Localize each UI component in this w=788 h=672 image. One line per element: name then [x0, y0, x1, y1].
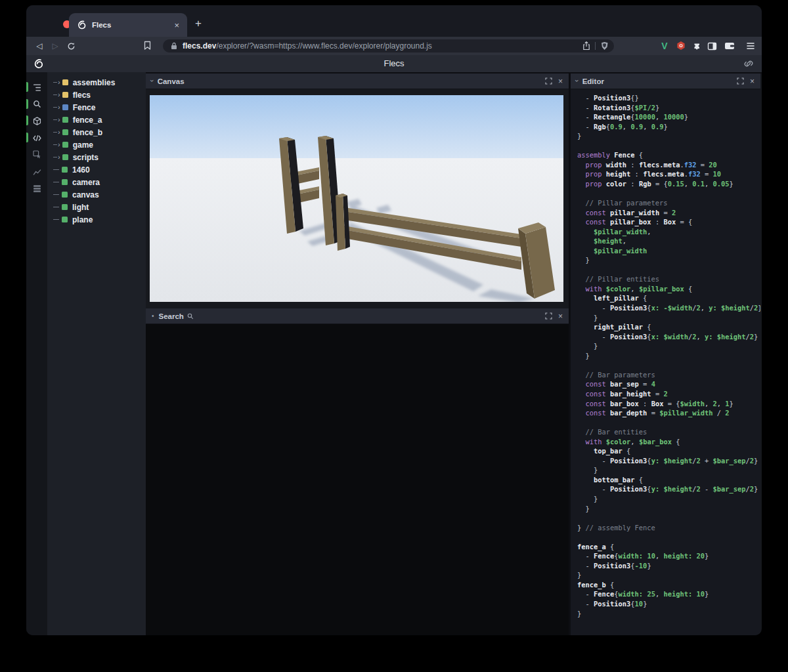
share-icon[interactable] [582, 41, 590, 51]
code-line: - Position3{10} [577, 599, 760, 609]
collapsed-indicator-icon[interactable]: • [152, 312, 154, 320]
code-line [577, 513, 760, 523]
chevron-right-icon[interactable]: › [58, 128, 60, 136]
red-hexagon-extension-icon[interactable] [674, 39, 688, 53]
entity-color-swatch [62, 92, 68, 98]
menu-icon[interactable] [743, 39, 758, 53]
tree-item-flecs[interactable]: ›flecs [47, 89, 146, 101]
tree-item-label: assemblies [73, 78, 116, 87]
code-line: assembly Fence { [577, 150, 760, 160]
editor-panel-body[interactable]: - Position3{} - Rotation3{$PI/2} - Recta… [569, 89, 760, 635]
code-tool-icon[interactable] [26, 131, 47, 145]
tree-item-label: canvas [72, 190, 99, 200]
code-line: $pillar_width, [577, 227, 760, 237]
tree-item-assemblies[interactable]: ›assemblies [47, 76, 146, 89]
tree-item-fence_a[interactable]: ›fence_a [47, 114, 146, 126]
tree-item-Fence[interactable]: ›Fence [47, 101, 146, 114]
chevron-right-icon[interactable]: › [58, 140, 60, 148]
inspector-tool-icon[interactable] [26, 148, 47, 162]
browser-tab-flecs[interactable]: Flecs × [69, 13, 187, 37]
tree-item-label: Fence [73, 103, 96, 112]
code-line: fence_a { [577, 542, 760, 552]
code-line: prop color : Rgb = {0.15, 0.1, 0.05} [577, 179, 760, 189]
code-line: top_bar { [577, 446, 760, 456]
entity-color-swatch [62, 142, 68, 148]
outliner-tool-icon[interactable] [26, 80, 47, 94]
code-line: - Position3{} [577, 93, 760, 103]
brave-shield-icon[interactable] [600, 41, 609, 51]
url-host: flecs.dev [183, 41, 216, 51]
search-tool-icon[interactable] [26, 97, 47, 112]
tree-item-label: camera [72, 178, 100, 187]
new-tab-button[interactable]: + [190, 16, 206, 32]
code-line [577, 265, 760, 275]
tree-item-game[interactable]: ›game [47, 138, 146, 151]
code-line: - Position3{y: $height/2 + $bar_sep/2} [577, 456, 760, 466]
code-line: const bar_height = 2 [577, 389, 760, 399]
stats-tool-icon[interactable] [26, 165, 47, 179]
tab-title: Flecs [92, 21, 174, 29]
extensions-puzzle-icon[interactable] [690, 39, 704, 53]
expand-icon[interactable] [737, 77, 744, 85]
tree-item-plane[interactable]: plane [47, 213, 146, 226]
reload-button[interactable] [63, 42, 79, 51]
tree-item-camera[interactable]: camera [47, 176, 146, 188]
entity-color-swatch [62, 204, 68, 210]
close-icon[interactable]: × [558, 77, 563, 85]
entity-color-swatch [62, 79, 68, 85]
expand-icon[interactable] [545, 312, 552, 320]
editor-panel-header[interactable]: › Editor × [569, 74, 760, 89]
chevron-right-icon[interactable]: › [58, 78, 60, 86]
code-line: } [577, 131, 760, 141]
address-bar[interactable]: flecs.dev/explorer/?wasm=https://www.fle… [163, 39, 614, 52]
search-panel-body[interactable] [146, 324, 569, 635]
archive-tool-icon[interactable] [26, 181, 47, 196]
code-line: const bar_box : Box = {$width, 2, 1} [577, 399, 760, 409]
search-panel-header[interactable]: • Search × [146, 308, 569, 324]
tree-guide-line [53, 119, 57, 120]
code-line: - Position3{y: $height/2 - $bar_sep/2} [577, 484, 760, 494]
sidebar-toggle-icon[interactable] [705, 39, 719, 53]
tree-guide-line [53, 207, 59, 207]
close-icon[interactable]: × [750, 77, 755, 85]
back-button[interactable]: ◁ [32, 41, 47, 51]
code-line: - Position3{x: $width/2, y: $height/2} [577, 332, 760, 342]
tree-guide-line [53, 82, 57, 83]
bookmark-icon[interactable] [143, 41, 152, 51]
link-icon[interactable] [743, 58, 754, 69]
chevron-right-icon[interactable]: › [58, 103, 60, 111]
code-line [577, 418, 760, 428]
tree-item-1460[interactable]: 1460 [47, 163, 146, 176]
3d-viewport[interactable] [150, 95, 563, 302]
code-editor[interactable]: - Position3{} - Rotation3{$PI/2} - Recta… [571, 89, 760, 618]
wallet-icon[interactable] [722, 39, 737, 53]
code-line: $pillar_width [577, 246, 760, 256]
entity-color-swatch [62, 104, 68, 110]
code-line: const bar_depth = $pillar_width / 2 [577, 408, 760, 418]
code-line [577, 360, 760, 370]
tree-item-fence_b[interactable]: ›fence_b [47, 126, 146, 138]
expand-icon[interactable] [545, 77, 552, 85]
tree-item-label: plane [72, 215, 93, 224]
search-icon [187, 313, 194, 320]
code-line: left_pillar { [577, 293, 760, 303]
chevron-right-icon[interactable]: › [58, 91, 60, 98]
tab-close-icon[interactable]: × [174, 20, 179, 30]
code-line: prop width : flecs.meta.f32 = 20 [577, 160, 760, 170]
chevron-right-icon[interactable]: › [58, 116, 60, 123]
tree-item-scripts[interactable]: ›scripts [47, 151, 146, 163]
entity-color-swatch [62, 179, 68, 185]
canvas-panel-header[interactable]: › Canvas × [146, 74, 569, 89]
close-icon[interactable]: × [558, 312, 563, 320]
tree-item-light[interactable]: light [47, 201, 146, 213]
tree-item-label: light [72, 203, 89, 212]
chevron-down-icon[interactable]: › [573, 79, 581, 82]
chevron-down-icon[interactable]: › [148, 79, 156, 82]
forward-button[interactable]: ▷ [47, 41, 63, 51]
search-panel-title: Search [159, 312, 184, 320]
chevron-right-icon[interactable]: › [58, 153, 60, 161]
vue-devtools-extension-icon[interactable]: V [657, 39, 672, 53]
tree-item-canvas[interactable]: canvas [47, 188, 146, 201]
sky [150, 95, 563, 163]
scene-tool-icon[interactable] [26, 114, 47, 128]
